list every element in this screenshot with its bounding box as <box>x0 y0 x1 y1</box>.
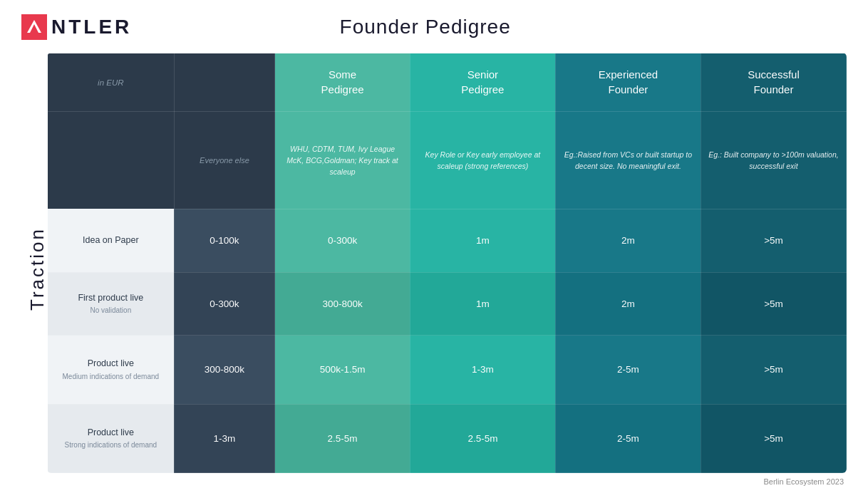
col-senior-pedigree: SeniorPedigree <box>410 53 555 112</box>
row-0-col2: 0-300k <box>275 209 410 272</box>
header-row: in EUR SomePedigree SeniorPedigree Exper… <box>48 53 847 112</box>
row-label-product-strong: Product live Strong indications of deman… <box>48 404 175 472</box>
row-3-col3: 2.5-5m <box>410 404 555 472</box>
desc-experienced-cell: Eg.:Raised from VCs or built startup to … <box>555 112 701 209</box>
row-2-col3: 1-3m <box>410 336 555 404</box>
logo-area: NTLER <box>21 14 132 40</box>
row-2-col1: 300-800k <box>174 336 275 404</box>
col-some-pedigree: SomePedigree <box>275 53 410 112</box>
col-experienced-founder: ExperiencedFounder <box>555 53 701 112</box>
row-0-col3: 1m <box>410 209 555 272</box>
table-row: Product live Strong indications of deman… <box>48 404 847 472</box>
row-2-col2: 500k-1.5m <box>275 336 410 404</box>
main-table: in EUR SomePedigree SeniorPedigree Exper… <box>47 53 847 473</box>
row-3-col4: 2-5m <box>555 404 701 472</box>
row-2-col5: >5m <box>701 336 846 404</box>
table-row: Product live Medium indications of deman… <box>48 336 847 404</box>
desc-label-cell <box>48 112 175 209</box>
table-row: First product live No validation 0-300k … <box>48 272 847 336</box>
table-row: Idea on Paper 0-100k 0-300k 1m 2m >5m <box>48 209 847 272</box>
row-0-col5: >5m <box>701 209 846 272</box>
row-1-col3: 1m <box>410 272 555 336</box>
row-1-col1: 0-300k <box>174 272 275 336</box>
col-successful-founder: SuccessfulFounder <box>701 53 846 112</box>
row-label-product-medium: Product live Medium indications of deman… <box>48 336 175 404</box>
row-1-col2: 300-800k <box>275 272 410 336</box>
row-3-col5: >5m <box>701 404 846 472</box>
row-2-col4: 2-5m <box>555 336 701 404</box>
desc-successful-cell: Eg.: Built company to >100m valuation, s… <box>701 112 846 209</box>
row-label-idea: Idea on Paper <box>48 209 175 272</box>
col-in-eur: in EUR <box>48 53 175 112</box>
antler-logo-icon <box>26 19 43 36</box>
row-0-col1: 0-100k <box>174 209 275 272</box>
row-1-col4: 2m <box>555 272 701 336</box>
desc-everyone-cell: Everyone else <box>174 112 275 209</box>
row-3-col2: 2.5-5m <box>275 404 410 472</box>
desc-senior-cell: Key Role or Key early employee at scaleu… <box>410 112 555 209</box>
row-1-col5: >5m <box>701 272 846 336</box>
logo-text: NTLER <box>51 16 132 38</box>
page-title: Founder Pedigree <box>132 16 718 38</box>
footer-note: Berlin Ecosystem 2023 <box>47 473 847 486</box>
table-wrapper: Traction in EUR SomePedigree SeniorPedig… <box>21 53 847 486</box>
row-label-first-product: First product live No validation <box>48 272 175 336</box>
col-empty <box>174 53 275 112</box>
row-3-col1: 1-3m <box>174 404 275 472</box>
logo-box <box>21 14 47 40</box>
desc-some-cell: WHU, CDTM, TUM, Ivy League McK, BCG,Gold… <box>275 112 410 209</box>
row-0-col4: 2m <box>555 209 701 272</box>
header: NTLER Founder Pedigree <box>21 14 847 40</box>
page-wrapper: NTLER Founder Pedigree Traction in EUR S… <box>0 0 868 493</box>
traction-label: Traction <box>21 53 47 486</box>
description-row: Everyone else WHU, CDTM, TUM, Ivy League… <box>48 112 847 209</box>
